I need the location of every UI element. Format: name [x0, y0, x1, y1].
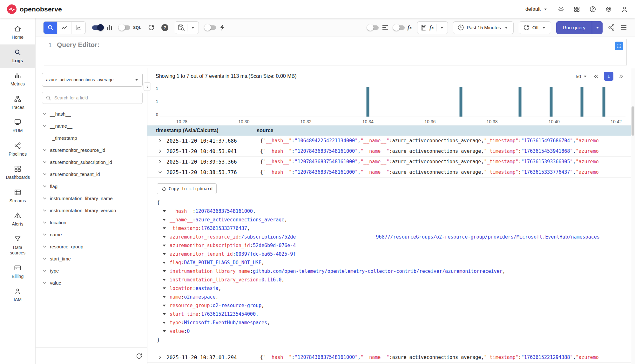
- sidebar-item-pipelines[interactable]: Pipelines: [0, 138, 35, 161]
- org-selector[interactable]: default: [525, 6, 549, 12]
- help-circle-icon[interactable]: ?: [161, 24, 168, 31]
- sidebar-item-dashboards[interactable]: Dashboards: [0, 161, 35, 185]
- histogram-toggle[interactable]: [92, 25, 103, 30]
- page-size-select[interactable]: 50: [576, 73, 588, 79]
- query-editor[interactable]: 1 Query Editor:: [44, 39, 627, 65]
- refresh-fields-icon[interactable]: [136, 353, 143, 360]
- field-item-azuremonitor_subscription_id[interactable]: azuremonitor_subscription_id: [42, 156, 143, 168]
- collapse-triangle-icon[interactable]: [163, 245, 166, 246]
- field-item-_timestamp[interactable]: _timestamp: [42, 132, 143, 144]
- collapse-fields-panel-button[interactable]: [144, 82, 151, 91]
- refresh-icon[interactable]: [148, 24, 155, 31]
- search-mode-button[interactable]: [44, 22, 57, 34]
- collapse-triangle-icon[interactable]: [163, 236, 166, 238]
- chart-mode-button[interactable]: [71, 22, 85, 34]
- field-item-__name__[interactable]: __name__: [42, 120, 143, 132]
- quick-mode-toggle[interactable]: [205, 25, 216, 30]
- sidebar-item-streams[interactable]: Streams: [0, 185, 35, 208]
- json-field-__hash__[interactable]: __hash__:12078436837548161000,: [157, 207, 627, 216]
- chevron-down-icon[interactable]: [154, 170, 166, 175]
- json-field-resource_group[interactable]: resource_group:o2-resource-group,: [157, 301, 627, 310]
- chevron-right-icon[interactable]: [154, 159, 166, 164]
- current-page-button[interactable]: 1: [604, 72, 613, 81]
- field-search-input[interactable]: [54, 95, 139, 100]
- results-scrollbar[interactable]: [631, 68, 635, 364]
- field-item-start_time[interactable]: start_time: [42, 253, 143, 265]
- sidebar-item-rum[interactable]: RUM: [0, 114, 35, 138]
- collapse-triangle-icon[interactable]: [163, 210, 166, 212]
- save-function-icon[interactable]: [420, 24, 427, 31]
- collapse-triangle-icon[interactable]: [163, 262, 166, 264]
- collapse-triangle-icon[interactable]: [163, 322, 166, 324]
- json-field-name[interactable]: name:o2namespace,: [157, 293, 627, 301]
- last-page-button[interactable]: [618, 73, 624, 79]
- collapse-triangle-icon[interactable]: [163, 287, 166, 289]
- table-row[interactable]: 2025-11-20 10:40:53.941{"__hash__":"1207…: [147, 146, 635, 157]
- field-item-name[interactable]: name: [42, 228, 143, 240]
- json-field-location[interactable]: location:eastasia,: [157, 284, 627, 293]
- chevron-right-icon[interactable]: [154, 355, 166, 360]
- json-field-_timestamp[interactable]: _timestamp:1763615333776437,: [157, 224, 627, 233]
- histogram-bar[interactable]: [518, 87, 521, 117]
- sidebar-item-home[interactable]: Home: [0, 21, 35, 44]
- time-range-picker[interactable]: Past 15 Minutes: [453, 21, 514, 34]
- share-icon[interactable]: [608, 24, 615, 31]
- caret-down-icon[interactable]: [439, 24, 445, 31]
- json-field-__name__[interactable]: __name__:azure_activeconnections_average…: [157, 216, 627, 224]
- collapse-triangle-icon[interactable]: [163, 279, 166, 281]
- sidebar-item-data-sources[interactable]: Data sources: [0, 231, 35, 260]
- first-page-button[interactable]: [593, 73, 599, 79]
- sidebar-item-billing[interactable]: Billing: [0, 260, 35, 284]
- field-item-flag[interactable]: flag: [42, 180, 143, 192]
- sidebar-item-logs[interactable]: Logs: [0, 44, 35, 68]
- json-field-instrumentation_library_version[interactable]: instrumentation_library_version:0.116.0,: [157, 276, 627, 284]
- collapse-triangle-icon[interactable]: [163, 330, 166, 332]
- field-item-type[interactable]: type: [42, 265, 143, 277]
- histogram-bar[interactable]: [367, 87, 369, 117]
- field-item-azuremonitor_tenant_id[interactable]: azuremonitor_tenant_id: [42, 168, 143, 180]
- json-field-azuremonitor_tenant_id[interactable]: azuremonitor_tenant_id:00397fdc-ba65-402…: [157, 250, 627, 259]
- auto-refresh-picker[interactable]: Off: [519, 21, 551, 34]
- stream-select[interactable]: azure_activeconnections_average: [42, 73, 143, 87]
- wrap-lines-toggle[interactable]: [368, 25, 379, 30]
- table-row[interactable]: 2025-11-20 10:38:53.776{"__hash__":"1207…: [147, 167, 635, 178]
- light-mode-icon[interactable]: [557, 6, 564, 13]
- copy-to-clipboard-button[interactable]: Copy to clipboard: [157, 183, 217, 194]
- run-query-button[interactable]: Run query: [556, 21, 592, 34]
- sql-mode-toggle[interactable]: [119, 25, 130, 30]
- run-query-menu-button[interactable]: [592, 21, 603, 34]
- apps-icon[interactable]: [573, 6, 580, 13]
- collapse-triangle-icon[interactable]: [163, 219, 166, 221]
- visualize-mode-button[interactable]: [57, 22, 71, 34]
- json-field-azuremonitor_resource_id[interactable]: azuremonitor_resource_id:/subscriptions/…: [157, 233, 627, 241]
- expand-editor-button[interactable]: [615, 42, 623, 50]
- histogram-bar[interactable]: [550, 87, 552, 117]
- save-search-icon[interactable]: [178, 24, 185, 31]
- collapse-triangle-icon[interactable]: [163, 253, 166, 255]
- json-field-value[interactable]: value:0: [157, 327, 627, 336]
- collapse-triangle-icon[interactable]: [163, 227, 166, 229]
- table-row[interactable]: 2025-11-20 10:41:37.686{"__hash__":"1064…: [147, 136, 635, 146]
- sidebar-item-alerts[interactable]: Alerts: [0, 208, 35, 231]
- table-row[interactable]: 2025-11-20 10:34:00.299{"__hash__":"1698…: [147, 363, 635, 364]
- collapse-triangle-icon[interactable]: [163, 313, 166, 315]
- field-item-__hash__[interactable]: __hash__: [42, 108, 143, 120]
- json-field-instrumentation_library_name[interactable]: instrumentation_library_name:github.com/…: [157, 267, 627, 276]
- chevron-right-icon[interactable]: [154, 138, 166, 143]
- sidebar-item-metrics[interactable]: Metrics: [0, 68, 35, 91]
- function-toggle[interactable]: [394, 25, 405, 30]
- table-row[interactable]: 2025-11-20 10:39:53.366{"__hash__":"1207…: [147, 157, 635, 167]
- help-icon[interactable]: [589, 6, 596, 13]
- settings-icon[interactable]: [605, 6, 612, 13]
- table-row[interactable]: 2025-11-20 10:37:01.294{"__hash__":"1207…: [147, 352, 635, 363]
- scrollbar-thumb[interactable]: [632, 106, 634, 136]
- user-icon[interactable]: [621, 6, 628, 13]
- histogram-bar[interactable]: [460, 87, 463, 117]
- caret-down-icon[interactable]: [190, 24, 196, 31]
- menu-icon[interactable]: [620, 24, 627, 31]
- sidebar-item-traces[interactable]: Traces: [0, 91, 35, 115]
- field-item-azuremonitor_resource_id[interactable]: azuremonitor_resource_id: [42, 144, 143, 156]
- histogram-bar[interactable]: [602, 87, 605, 117]
- sidebar-item-iam[interactable]: IAM: [0, 283, 35, 307]
- collapse-triangle-icon[interactable]: [163, 305, 166, 307]
